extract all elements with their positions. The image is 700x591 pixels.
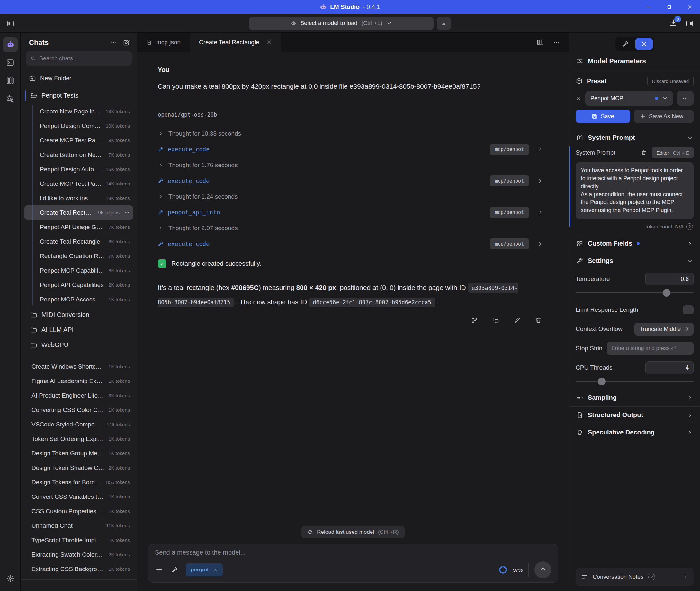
stop-strings-input[interactable] (607, 342, 694, 355)
settings-section-header[interactable]: Settings (576, 252, 694, 269)
tool-call-row[interactable]: penpot_api_info mcp/penpot (158, 204, 543, 220)
chat-list-item[interactable]: Figma AI Leadership Experi... 1K tokens (24, 374, 133, 388)
chat-list-item[interactable]: TypeScript Throttle Implem... 1K tokens (24, 533, 133, 547)
delete-message-button[interactable] (535, 317, 542, 324)
chat-list-item[interactable]: Create Teal Rectan... 9K tokens (24, 205, 133, 220)
preset-select[interactable]: Penpot MCP (585, 91, 673, 106)
speculative-decoding-row[interactable]: Speculative Decoding (576, 424, 694, 441)
search-input[interactable] (39, 55, 127, 62)
new-chat-button[interactable] (123, 39, 130, 46)
downloads-button[interactable]: 0 (669, 19, 678, 28)
chat-list-item[interactable]: Create MCP Test Page 14K tokens (24, 177, 133, 191)
sidebar-folder[interactable]: WebGPU (20, 337, 137, 352)
structured-output-row[interactable]: Structured Output (576, 406, 694, 423)
preset-menu-button[interactable] (677, 91, 694, 106)
right-panel-toggle-button[interactable] (685, 19, 694, 27)
chat-list-item[interactable]: Penpot Design Compo... 10K tokens (24, 119, 133, 133)
sampling-row[interactable]: Sampling (576, 389, 694, 406)
chat-list-item[interactable]: CSS Custom Properties to J... 1K tokens (24, 504, 133, 518)
sidebar-folder[interactable]: MIDI Conversion (20, 307, 137, 322)
chat-list-item[interactable]: Design Token Group Meta... 1K tokens (24, 446, 133, 461)
system-prompt-textarea[interactable]: You have access to Penpot tools in order… (576, 162, 694, 219)
tab-menu-button[interactable] (553, 39, 560, 46)
tool-call-row[interactable]: execute_code mcp/penpot (158, 236, 543, 252)
tab-create-teal-rectangle[interactable]: Create Teal Rectangle (190, 33, 281, 52)
tools-mode-button[interactable] (617, 38, 634, 50)
close-tab-icon[interactable] (266, 40, 272, 45)
chat-list-item[interactable]: Unnamed Chat 11K tokens (24, 518, 133, 533)
thought-toggle-row[interactable]: Thought for 1.24 seconds (158, 189, 543, 204)
chat-list-item[interactable]: Penpot MCP Capabilities 8K tokens (24, 263, 133, 278)
cpu-threads-input[interactable] (645, 361, 694, 374)
help-icon[interactable]: ? (686, 223, 693, 230)
chat-list-item[interactable]: Create New Page in Pe... 13K tokens (24, 104, 133, 119)
eject-model-button[interactable] (437, 17, 451, 30)
chat-list-item[interactable]: I'd like to work ins 18K tokens (24, 191, 133, 205)
chat-list-item[interactable]: Converting CSS Color Class... 1K tokens (24, 403, 133, 417)
tab-mcp-json[interactable]: mcp.json (137, 33, 190, 52)
thought-toggle-row[interactable]: Thought for 2.07 seconds (158, 220, 543, 236)
cpu-threads-slider[interactable] (576, 377, 694, 386)
reload-model-button[interactable]: Reload last used model (Ctrl +R) (302, 526, 404, 538)
sidebar-toggle-button[interactable] (6, 19, 15, 27)
split-view-button[interactable] (537, 39, 544, 46)
system-prompt-section-header[interactable]: System Prompt (576, 129, 694, 146)
chat-list-item[interactable]: Create Windows Shortcut f... 1K tokens (24, 359, 133, 374)
chat-list-item[interactable]: Penpot API Capabilities 2K tokens (24, 278, 133, 292)
clear-preset-icon[interactable] (576, 95, 581, 101)
thought-toggle-row[interactable]: Thought for 1.76 seconds (158, 157, 543, 173)
rail-settings-button[interactable] (3, 571, 18, 586)
context-overflow-select[interactable]: Truncate Middle (634, 323, 694, 335)
chat-item-menu-icon[interactable] (124, 210, 130, 216)
rail-my-models-button[interactable] (3, 73, 18, 88)
chat-list-item[interactable]: Design Tokens for Border ... 855 tokens (24, 475, 133, 489)
chat-list-item[interactable]: Rectangle Creation Req... 7K tokens (24, 249, 133, 263)
rail-chat-button[interactable] (3, 37, 18, 52)
sidebar-folder[interactable]: AI LLM API (20, 322, 137, 337)
rail-developer-button[interactable] (3, 55, 18, 70)
chat-list-item[interactable]: Convert CSS Variables to D... 1K tokens (24, 489, 133, 504)
new-folder-button[interactable]: New Folder (20, 71, 137, 86)
rail-discover-button[interactable] (3, 91, 18, 106)
chat-list-item[interactable]: Token Set Ordering Explain... 1K tokens (24, 432, 133, 446)
conversation-notes-button[interactable]: Conversation Notes ? (576, 568, 694, 586)
edit-message-button[interactable] (514, 317, 521, 324)
chat-list-item[interactable]: Penpot Design Autom... 16K tokens (24, 162, 133, 177)
chat-list-item[interactable]: Create Button on New ... 7K tokens (24, 147, 133, 162)
limit-response-toggle[interactable] (683, 305, 694, 314)
chat-list-item[interactable]: VSCode Styled-Compone... 446 tokens (24, 417, 133, 432)
tool-call-row[interactable]: execute_code mcp/penpot (158, 173, 543, 189)
chat-list-item[interactable]: Penpot MCP Access Inq... 1K tokens (24, 292, 133, 307)
copy-message-button[interactable] (492, 317, 499, 324)
minimize-button[interactable] (638, 0, 659, 14)
close-button[interactable] (680, 0, 700, 14)
temperature-input[interactable] (645, 272, 694, 285)
send-button[interactable] (534, 562, 551, 578)
model-select-button[interactable]: Select a model to load (Ctrl +L) (249, 17, 434, 30)
save-preset-button[interactable]: Save (576, 110, 630, 123)
chat-list-item[interactable]: Extracting Swatch Colors t... 2K tokens (24, 547, 133, 562)
custom-fields-row[interactable]: Custom Fields (576, 235, 694, 252)
sidebar-folder-penpot-tests[interactable]: Penpot Tests (20, 87, 137, 104)
penpot-integration-chip[interactable]: penpot (186, 564, 223, 576)
message-input[interactable] (155, 549, 551, 561)
chat-list-item[interactable]: Extracting CSS Background... 1K tokens (24, 562, 133, 576)
discard-unsaved-button[interactable]: Discard Unsaved (647, 75, 694, 86)
settings-mode-button[interactable] (635, 38, 653, 50)
temperature-slider[interactable] (576, 288, 694, 297)
open-editor-button[interactable]: Editor Ctrl + E (652, 147, 694, 158)
chat-list-item[interactable]: Penpot API Usage Guide 7K tokens (24, 220, 133, 234)
sidebar-menu-button[interactable] (111, 40, 116, 46)
tools-button[interactable] (171, 566, 178, 573)
chat-list-item[interactable]: Create Teal Rectangle 8K tokens (24, 234, 133, 249)
clear-system-prompt-button[interactable] (641, 150, 647, 155)
thought-toggle-row[interactable]: Thought for 10.38 seconds (158, 126, 543, 141)
remove-penpot-chip-icon[interactable] (213, 568, 218, 572)
chat-list-item[interactable]: AI Product Engineer Lifecyc... 3K tokens (24, 388, 133, 403)
chat-list-item[interactable]: Create MCP Test Page ... 9K tokens (24, 133, 133, 147)
tool-call-row[interactable]: execute_code mcp/penpot (158, 141, 543, 157)
attach-button[interactable] (155, 566, 163, 574)
maximize-button[interactable] (659, 0, 680, 14)
save-as-new-button[interactable]: Save As New... (634, 110, 694, 123)
branch-message-button[interactable] (471, 317, 478, 324)
